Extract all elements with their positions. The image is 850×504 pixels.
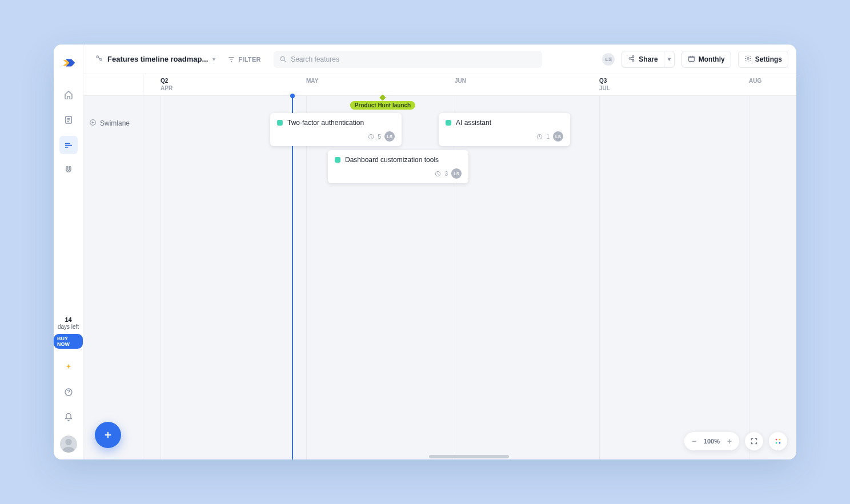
status-dot: [446, 120, 451, 126]
feature-title: Dashboard customization tools: [345, 156, 439, 164]
axis-tick: MAY: [306, 78, 318, 84]
trial-days: 14: [58, 316, 79, 324]
zoom-in-button[interactable]: +: [725, 437, 733, 446]
search-field[interactable]: [274, 51, 542, 68]
sparkle-icon[interactable]: [59, 358, 78, 376]
filter-label: FILTER: [238, 56, 260, 63]
feature-count: 3: [444, 171, 448, 177]
zoom-control: − 100% +: [684, 432, 739, 450]
fullscreen-button[interactable]: [745, 432, 763, 450]
feature-card[interactable]: AI assistant1LS: [439, 113, 570, 146]
grid-dots-icon: [774, 437, 782, 445]
main-area: Features timeline roadmap... ▾ FILTER LS…: [83, 45, 796, 459]
top-header: Features timeline roadmap... ▾ FILTER LS…: [83, 45, 796, 74]
chevron-down-icon: ▾: [213, 56, 215, 62]
trial-counter: 14 days left: [58, 316, 79, 330]
help-icon[interactable]: [59, 383, 78, 401]
timeline-icon[interactable]: [59, 136, 78, 154]
bottom-right-controls: − 100% +: [684, 432, 787, 450]
plus-icon: [103, 430, 113, 440]
view-mode-label: Monthly: [699, 55, 725, 63]
search-icon: [279, 55, 286, 63]
today-indicator: [292, 96, 293, 459]
horizontal-scrollbar[interactable]: [429, 455, 509, 458]
roadmap-title-dropdown[interactable]: Features timeline roadmap... ▾: [95, 54, 215, 64]
status-dot: [335, 157, 340, 163]
svg-point-4: [65, 439, 71, 445]
calendar-icon: [688, 55, 695, 64]
svg-point-18: [779, 439, 780, 441]
axis-tick: Q2APR: [161, 78, 173, 91]
expand-icon: [750, 437, 758, 445]
swimlane-column: Swimlane: [83, 74, 143, 459]
clock-icon: [368, 134, 374, 140]
svg-point-10: [632, 59, 634, 61]
roadmap-title: Features timeline roadmap...: [107, 55, 208, 63]
axis-tick: AUG: [749, 78, 761, 84]
search-input[interactable]: [291, 55, 536, 63]
settings-label: Settings: [755, 55, 782, 63]
plus-circle-icon: [89, 119, 97, 128]
assignee-avatar: LS: [553, 131, 563, 142]
feature-title: AI assistant: [456, 119, 491, 127]
share-button[interactable]: Share: [622, 51, 664, 68]
svg-point-9: [632, 55, 634, 57]
feature-card[interactable]: Two-factor authentication5LS: [270, 113, 402, 146]
bell-icon[interactable]: [59, 408, 78, 426]
roadmap-icon: [95, 54, 103, 64]
zoom-out-button[interactable]: −: [690, 437, 698, 446]
axis-tick: JUN: [455, 78, 466, 84]
share-dropdown-button[interactable]: ▾: [664, 51, 675, 68]
svg-rect-11: [688, 56, 694, 61]
apps-button[interactable]: [769, 432, 787, 450]
magnet-icon[interactable]: [59, 161, 78, 179]
assignee-avatar: LS: [384, 131, 395, 142]
buy-now-button[interactable]: BUY NOW: [54, 334, 83, 349]
svg-point-12: [747, 57, 749, 59]
status-dot: [277, 120, 283, 126]
feature-count: 1: [546, 134, 550, 140]
timeline-grid: Product Hunt launchTwo-factor authentica…: [143, 96, 796, 459]
user-avatar[interactable]: [60, 436, 77, 453]
milestone-marker[interactable]: Product Hunt launch: [350, 95, 415, 110]
settings-button[interactable]: Settings: [738, 51, 788, 68]
svg-point-8: [629, 57, 631, 59]
add-swimlane-button[interactable]: Swimlane: [83, 96, 143, 151]
add-feature-fab[interactable]: [95, 422, 121, 448]
left-rail: 14 days left BUY NOW: [54, 45, 83, 459]
app-window: 14 days left BUY NOW Features timeline r…: [54, 45, 796, 459]
share-button-group: Share ▾: [622, 51, 674, 68]
svg-point-17: [776, 439, 777, 441]
clock-icon: [435, 171, 441, 177]
svg-point-20: [779, 442, 780, 443]
assignee-avatar: LS: [451, 168, 462, 179]
feature-count: 5: [378, 134, 381, 140]
zoom-level: 100%: [704, 438, 720, 445]
timeline-body: Swimlane Q2APRMAYJUNQ3JULAUG Product Hun…: [83, 74, 796, 459]
svg-point-7: [280, 57, 284, 61]
timeline-axis: Q2APRMAYJUNQ3JULAUG: [143, 74, 796, 96]
notes-icon[interactable]: [59, 111, 78, 129]
timeline-canvas[interactable]: Q2APRMAYJUNQ3JULAUG Product Hunt launchT…: [143, 74, 796, 459]
share-icon: [628, 55, 635, 64]
view-mode-button[interactable]: Monthly: [681, 51, 731, 68]
chevron-down-icon: ▾: [668, 56, 671, 62]
svg-point-19: [776, 442, 777, 443]
feature-card[interactable]: Dashboard customization tools3LS: [328, 150, 468, 183]
axis-tick: Q3JUL: [599, 78, 610, 91]
header-user-chip[interactable]: LS: [602, 53, 615, 66]
swimlane-label: Swimlane: [100, 119, 130, 127]
trial-days-label: days left: [58, 324, 79, 330]
logo-icon[interactable]: [61, 55, 77, 71]
share-label: Share: [639, 55, 657, 63]
home-icon[interactable]: [59, 86, 78, 104]
filter-button[interactable]: FILTER: [222, 53, 266, 66]
clock-icon: [536, 134, 543, 140]
feature-title: Two-factor authentication: [287, 119, 364, 127]
gear-icon: [744, 55, 752, 64]
